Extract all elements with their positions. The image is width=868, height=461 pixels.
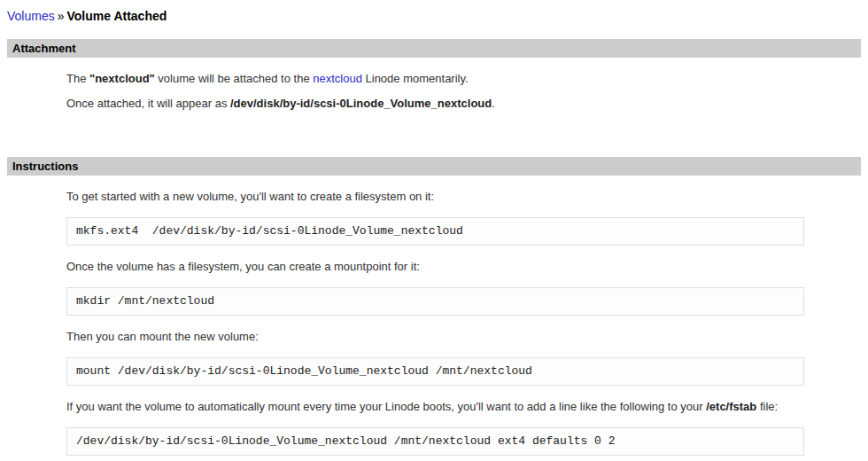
instruction-step-mount: Then you can mount the new volume: mount… [66,331,861,386]
attachment-p2-post: . [492,97,495,110]
nextcloud-linode-link[interactable]: nextcloud [313,72,362,85]
step-text: If you want the volume to automatically … [66,401,861,413]
fstab-path: /etc/fstab [706,400,756,413]
instruction-step-fstab: If you want the volume to automatically … [66,401,861,456]
attachment-p1-post: Linode momentarily. [362,72,469,85]
attachment-section-body: The "nextcloud" volume will be attached … [7,58,861,142]
breadcrumb-volumes-link[interactable]: Volumes [7,9,55,23]
step-text: To get started with a new volume, you'll… [66,191,861,203]
code-block-mkfs: mkfs.ext4 /dev/disk/by-id/scsi-0Linode_V… [66,217,804,246]
attachment-volume-name: "nextcloud" [89,72,155,85]
attachment-paragraph-1: The "nextcloud" volume will be attached … [66,73,861,85]
breadcrumb: Volumes»Volume Attached [7,9,861,24]
code-block-mkdir: mkdir /mnt/nextcloud [66,287,804,316]
code-block-mount: mount /dev/disk/by-id/scsi-0Linode_Volum… [66,357,804,386]
code-block-fstab: /dev/disk/by-id/scsi-0Linode_Volume_next… [66,427,804,456]
step-text: Once the volume has a filesystem, you ca… [66,261,861,273]
attachment-section-header: Attachment [7,39,861,58]
instruction-step-mkdir: Once the volume has a filesystem, you ca… [66,261,861,316]
attachment-section: Attachment The "nextcloud" volume will b… [7,39,861,142]
volume-attached-page: Volumes»Volume Attached Attachment The "… [7,9,861,456]
breadcrumb-current: Volume Attached [67,9,167,23]
instructions-section-header: Instructions [7,157,861,176]
attachment-paragraph-2: Once attached, it will appear as /dev/di… [66,98,861,110]
fstab-text-pre: If you want the volume to automatically … [66,400,706,413]
instruction-step-mkfs: To get started with a new volume, you'll… [66,191,861,246]
step-text: Then you can mount the new volume: [66,331,861,343]
instructions-section-body: To get started with a new volume, you'll… [7,176,861,456]
attachment-p1-mid: volume will be attached to the [155,72,314,85]
instructions-section: Instructions To get started with a new v… [7,157,861,456]
attachment-p2-pre: Once attached, it will appear as [66,97,230,110]
attachment-device-path: /dev/disk/by-id/scsi-0Linode_Volume_next… [230,97,492,110]
attachment-p1-pre: The [66,72,89,85]
fstab-text-post: file: [756,400,778,413]
breadcrumb-separator: » [58,9,65,23]
